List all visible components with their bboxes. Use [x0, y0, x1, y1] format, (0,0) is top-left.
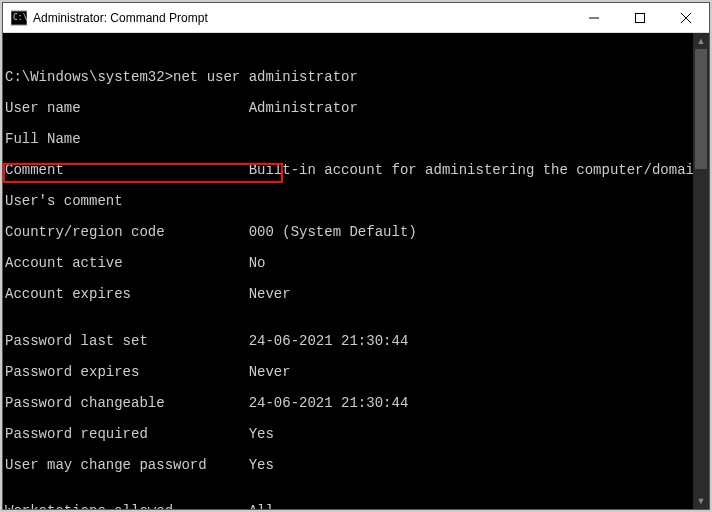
svg-rect-3: [636, 13, 645, 22]
window-controls: [571, 3, 709, 32]
value-account-active: No: [249, 255, 266, 271]
window-title: Administrator: Command Prompt: [33, 11, 571, 25]
label: Password changeable: [5, 395, 165, 411]
value: 24-06-2021 21:30:44: [249, 395, 409, 411]
command-text: net user administrator: [173, 69, 358, 85]
label: Password required: [5, 426, 148, 442]
label: User may change password: [5, 457, 207, 473]
svg-text:C:\: C:\: [13, 13, 27, 22]
scroll-thumb[interactable]: [695, 49, 707, 169]
maximize-button[interactable]: [617, 3, 663, 32]
value: All: [249, 503, 274, 509]
label: Password expires: [5, 364, 139, 380]
scroll-up-button[interactable]: ▲: [693, 33, 709, 49]
terminal-area[interactable]: C:\Windows\system32>net user administrat…: [3, 33, 709, 509]
value: 000 (System Default): [249, 224, 417, 240]
label: Comment: [5, 162, 64, 178]
prompt-path: C:\Windows\system32>: [5, 69, 173, 85]
label: User's comment: [5, 193, 123, 209]
label: User name: [5, 100, 81, 116]
value: Yes: [249, 426, 274, 442]
command-prompt-window: C:\ Administrator: Command Prompt C:\Win…: [2, 2, 710, 510]
value: 24-06-2021 21:30:44: [249, 333, 409, 349]
label: Country/region code: [5, 224, 165, 240]
label: Account expires: [5, 286, 131, 302]
value: Administrator: [249, 100, 358, 116]
minimize-button[interactable]: [571, 3, 617, 32]
label: Full Name: [5, 131, 81, 147]
scroll-down-button[interactable]: ▼: [693, 493, 709, 509]
close-button[interactable]: [663, 3, 709, 32]
titlebar[interactable]: C:\ Administrator: Command Prompt: [3, 3, 709, 33]
value: Never: [249, 364, 291, 380]
value: Yes: [249, 457, 274, 473]
label: Workstations allowed: [5, 503, 173, 509]
label: Password last set: [5, 333, 148, 349]
terminal-output: C:\Windows\system32>net user administrat…: [3, 33, 693, 509]
cmd-icon: C:\: [11, 10, 27, 26]
vertical-scrollbar[interactable]: ▲ ▼: [693, 33, 709, 509]
value: Built-in account for administering the c…: [249, 162, 703, 178]
value: Never: [249, 286, 291, 302]
label-account-active: Account active: [5, 255, 123, 271]
